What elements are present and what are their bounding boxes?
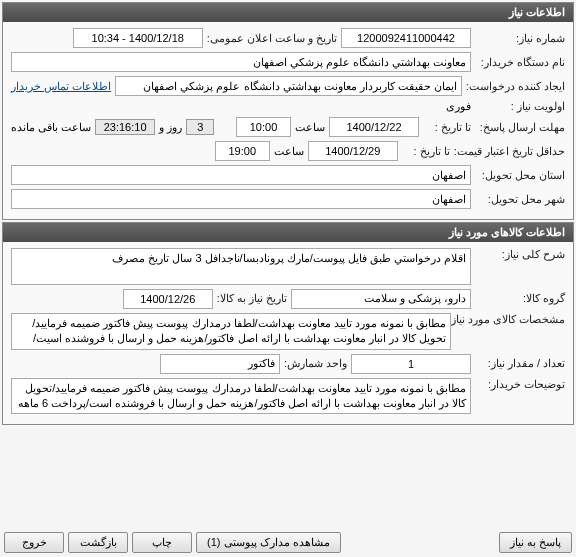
need-info-body: شماره نیاز: تاریخ و ساعت اعلان عمومی: نا… — [3, 22, 573, 219]
creator-label: ایجاد کننده درخواست: — [466, 80, 565, 93]
buyer-note-textarea[interactable] — [11, 378, 471, 415]
spec-textarea[interactable] — [11, 313, 451, 350]
time-label-2: ساعت — [274, 145, 304, 158]
priority-label: اولویت نیاز : — [475, 100, 565, 113]
buyer-note-label: توضیحات خریدار: — [475, 378, 565, 391]
qty-input[interactable] — [351, 354, 471, 374]
remain-days-label: روز و — [159, 121, 182, 134]
group-label: گروه کالا: — [475, 292, 565, 305]
remain-time: 23:16:10 — [95, 119, 155, 135]
contact-buyer-link[interactable]: اطلاعات تماس خریدار — [11, 80, 111, 93]
goods-info-header: اطلاعات کالاهای مورد نیاز — [3, 223, 573, 242]
need-date-label: تاریخ نیاز به کالا: — [217, 292, 287, 305]
deadline-date-input[interactable] — [329, 117, 419, 137]
deadline-label: مهلت ارسال پاسخ: — [475, 121, 565, 134]
footer-toolbar: خروج بازگشت چاپ مشاهده مدارک پیوستی (1) … — [4, 532, 572, 553]
time-label-1: ساعت — [295, 121, 325, 134]
qty-label: تعداد / مقدار نیاز: — [475, 357, 565, 370]
price-valid-label: حداقل تاریخ اعتبار قیمت: — [454, 145, 565, 158]
need-info-panel: اطلاعات نیاز شماره نیاز: تاریخ و ساعت اع… — [2, 2, 574, 220]
desc-textarea[interactable] — [11, 248, 471, 285]
back-button[interactable]: بازگشت — [68, 532, 128, 553]
group-input[interactable] — [291, 289, 471, 309]
price-valid-time-input[interactable] — [215, 141, 270, 161]
to-date-label: تا تاریخ : — [423, 121, 471, 134]
province-label: استان محل تحویل: — [475, 169, 565, 182]
exit-button[interactable]: خروج — [4, 532, 64, 553]
goods-info-panel: اطلاعات کالاهای مورد نیاز شرح کلی نیاز: … — [2, 222, 574, 425]
need-info-header: اطلاعات نیاز — [3, 3, 573, 22]
remain-days: 3 — [186, 119, 214, 135]
goods-info-body: شرح کلی نیاز: گروه کالا: تاریخ نیاز به ک… — [3, 242, 573, 424]
unit-label: واحد شمارش: — [284, 357, 347, 370]
need-date-input[interactable] — [123, 289, 213, 309]
creator-input[interactable] — [115, 76, 462, 96]
desc-label: شرح کلی نیاز: — [475, 248, 565, 261]
province-input[interactable] — [11, 165, 471, 185]
unit-input[interactable] — [160, 354, 280, 374]
print-button[interactable]: چاپ — [132, 532, 192, 553]
to-date-label-2: تا تاریخ : — [402, 145, 450, 158]
announce-label: تاریخ و ساعت اعلان عمومی: — [207, 32, 337, 45]
buyer-label: نام دستگاه خریدار: — [475, 56, 565, 69]
announce-input[interactable] — [73, 28, 203, 48]
remain-time-label: ساعت باقی مانده — [11, 121, 91, 134]
need-no-label: شماره نیاز: — [475, 32, 565, 45]
need-no-input[interactable] — [341, 28, 471, 48]
buyer-input[interactable] — [11, 52, 471, 72]
city-label: شهر محل تحویل: — [475, 193, 565, 206]
city-input[interactable] — [11, 189, 471, 209]
spec-label: مشخصات کالای مورد نیاز: — [455, 313, 565, 326]
reply-button[interactable]: پاسخ به نیاز — [499, 532, 572, 553]
deadline-time-input[interactable] — [236, 117, 291, 137]
priority-value: فوری — [446, 100, 471, 113]
price-valid-date-input[interactable] — [308, 141, 398, 161]
attachments-button[interactable]: مشاهده مدارک پیوستی (1) — [196, 532, 341, 553]
